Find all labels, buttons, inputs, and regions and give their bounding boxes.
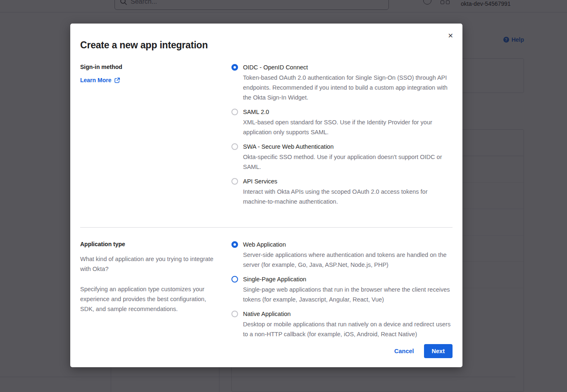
close-icon[interactable]: ✕ [448, 33, 453, 39]
radio-option-description: Okta-specific SSO method. Use if your ap… [243, 152, 453, 172]
application-type-section: Application type What kind of applicatio… [80, 240, 453, 344]
radio-button[interactable] [231, 241, 238, 248]
radio-option[interactable]: OIDC - OpenID Connect Token-based OAuth … [231, 63, 453, 102]
radio-option-description: Server-side applications where authentic… [243, 250, 453, 270]
radio-option-description: Token-based OAuth 2.0 authentication for… [243, 73, 453, 102]
radio-option[interactable]: SWA - Secure Web Authentication Okta-spe… [231, 142, 453, 172]
radio-button[interactable] [231, 109, 238, 115]
radio-button[interactable] [231, 178, 238, 185]
radio-option[interactable]: Native Application Desktop or mobile app… [231, 309, 453, 339]
radio-option-description: Interact with Okta APIs using the scoped… [243, 187, 453, 207]
signin-method-section: Sign-in method Learn More OIDC - OpenID … [80, 63, 453, 211]
radio-option-label[interactable]: API Services [243, 177, 453, 186]
cancel-button[interactable]: Cancel [394, 348, 414, 354]
application-type-question: What kind of application are you trying … [80, 254, 219, 274]
radio-button[interactable] [231, 276, 238, 283]
radio-option-description: Single-page web applications that run in… [243, 285, 453, 304]
radio-option[interactable]: SAML 2.0 XML-based open standard for SSO… [231, 107, 453, 137]
section-divider [80, 227, 453, 228]
radio-option[interactable]: Web Application Server-side applications… [231, 240, 453, 270]
application-type-explanation: Specifying an application type customize… [80, 284, 219, 314]
radio-button[interactable] [231, 64, 238, 71]
radio-option-label[interactable]: Web Application [243, 240, 453, 249]
radio-option-label[interactable]: SWA - Secure Web Authentication [243, 142, 453, 151]
create-app-integration-dialog: ✕ Create a new app integration Sign-in m… [70, 24, 462, 367]
radio-option[interactable]: Single-Page Application Single-page web … [231, 275, 453, 304]
radio-option-label[interactable]: OIDC - OpenID Connect [243, 63, 453, 72]
radio-option-description: Desktop or mobile applications that run … [243, 319, 453, 339]
dialog-title: Create a new app integration [80, 39, 453, 51]
dialog-footer: Cancel Next [80, 344, 453, 358]
external-link-icon [114, 77, 120, 83]
radio-option[interactable]: API Services Interact with Okta APIs usi… [231, 177, 453, 207]
learn-more-link[interactable]: Learn More [80, 77, 120, 83]
radio-option-label[interactable]: Single-Page Application [243, 275, 453, 284]
radio-option-label[interactable]: Native Application [243, 309, 453, 318]
radio-button[interactable] [231, 143, 238, 150]
radio-option-label[interactable]: SAML 2.0 [243, 107, 453, 116]
radio-option-description: XML-based open standard for SSO. Use if … [243, 117, 453, 137]
signin-method-label: Sign-in method [80, 63, 219, 71]
application-type-label: Application type [80, 240, 219, 248]
learn-more-label: Learn More [80, 77, 111, 83]
radio-button[interactable] [231, 311, 238, 317]
next-button[interactable]: Next [424, 344, 453, 358]
